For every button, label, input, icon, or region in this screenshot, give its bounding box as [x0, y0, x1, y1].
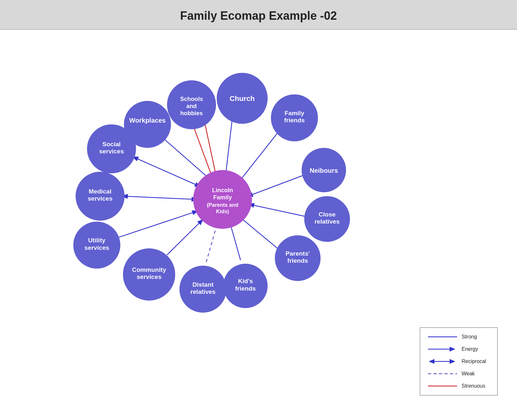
svg-text:Community: Community [132, 266, 167, 273]
svg-text:Kids): Kids) [216, 208, 229, 214]
svg-text:Family: Family [285, 110, 304, 116]
svg-text:services: services [137, 273, 162, 280]
svg-text:Utility: Utility [88, 237, 106, 244]
svg-line-5 [248, 175, 304, 196]
svg-line-6 [249, 204, 305, 216]
svg-text:hobbies: hobbies [180, 110, 203, 116]
svg-line-10 [167, 220, 202, 255]
legend-strenuous: Strenuous [428, 383, 489, 389]
svg-text:Parents': Parents' [286, 250, 310, 257]
svg-text:Close: Close [319, 211, 336, 218]
legend-weak: Weak [428, 370, 489, 377]
svg-line-12 [123, 196, 197, 199]
svg-text:Family: Family [213, 194, 232, 201]
svg-line-11 [115, 211, 197, 239]
legend-strenuous-label: Strenuous [462, 383, 485, 389]
svg-text:and: and [186, 103, 197, 109]
svg-text:services: services [85, 244, 109, 251]
svg-text:Schools: Schools [180, 96, 203, 102]
legend-reciprocal: Reciprocal [428, 358, 489, 365]
header: Family Ecomap Example -02 [0, 0, 517, 30]
legend-energy: Energy [428, 346, 489, 352]
svg-text:relatives: relatives [315, 218, 340, 225]
svg-line-9 [206, 226, 217, 262]
svg-line-3 [226, 118, 232, 173]
legend-weak-label: Weak [462, 371, 475, 377]
svg-text:Distant: Distant [192, 281, 213, 288]
page-title: Family Ecomap Example -02 [0, 9, 517, 23]
svg-text:(Parents and: (Parents and [207, 202, 238, 208]
legend-strong: Strong [428, 334, 489, 340]
svg-text:Kid's: Kid's [238, 278, 253, 284]
legend-strong-label: Strong [462, 334, 477, 340]
svg-text:Neibours: Neibours [310, 167, 338, 174]
svg-text:Lincoln: Lincoln [212, 187, 233, 193]
svg-text:Social: Social [102, 141, 121, 148]
legend-reciprocal-label: Reciprocal [462, 359, 486, 364]
main-canvas: Workplaces Schools and hobbies Church Fa… [0, 30, 517, 420]
legend-energy-label: Energy [462, 346, 478, 352]
svg-line-4 [241, 126, 283, 180]
svg-line-7 [242, 219, 279, 249]
svg-text:friends: friends [287, 257, 308, 264]
svg-text:Medical: Medical [89, 188, 111, 195]
legend: Strong Energy [420, 327, 498, 395]
svg-text:services: services [88, 195, 113, 202]
svg-text:friends: friends [284, 117, 305, 124]
svg-text:relatives: relatives [190, 288, 216, 295]
svg-text:Church: Church [230, 94, 255, 103]
svg-text:friends: friends [235, 285, 256, 292]
svg-text:services: services [99, 148, 124, 155]
svg-text:Workplaces: Workplaces [129, 117, 166, 124]
svg-line-8 [231, 226, 240, 260]
